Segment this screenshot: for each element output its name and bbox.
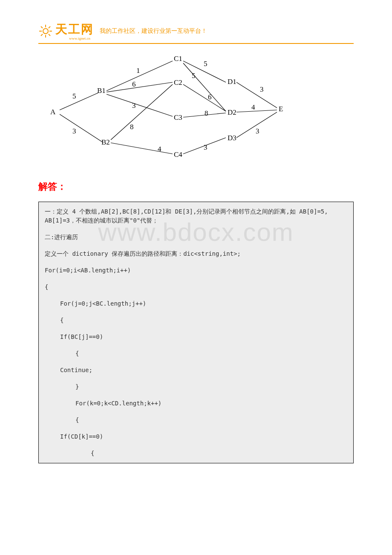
node-e: E — [279, 105, 283, 113]
code-line: If(CD[k]==0) — [45, 432, 347, 441]
node-b1: B1 — [97, 87, 106, 95]
svg-line-14 — [111, 84, 173, 140]
code-line: { — [45, 416, 347, 425]
edge-b1-c2: 6 — [132, 80, 136, 88]
svg-line-18 — [183, 84, 226, 111]
edge-b2-c4: 4 — [158, 145, 161, 153]
code-line: { — [45, 349, 347, 358]
edge-b2-c2: 8 — [130, 123, 134, 131]
node-c1: C1 — [174, 55, 182, 63]
graph-diagram: A B1 B2 C1 C2 C3 C4 D1 D2 D3 E 5 3 1 6 3… — [47, 52, 285, 163]
logo-url: www.tgnet.cn — [69, 36, 94, 40]
edge-c1-d1: 5 — [204, 60, 208, 68]
svg-line-21 — [236, 82, 277, 108]
edge-c4-d3: 3 — [204, 143, 208, 151]
svg-line-7 — [41, 34, 43, 36]
svg-point-0 — [43, 29, 48, 34]
code-line: For(j=0;j<BC.length;j++) — [45, 299, 347, 308]
svg-line-5 — [41, 26, 43, 28]
edge-b1-c3: 3 — [132, 101, 136, 110]
code-line: If(BC[j]==0) — [45, 332, 347, 341]
code-line: { — [45, 283, 347, 292]
svg-line-15 — [111, 143, 173, 154]
answer-heading: 解答： — [38, 180, 354, 193]
node-d1: D1 — [228, 78, 236, 86]
code-block: www.bdocx.com 一：定义 4 个数组,AB[2],BC[8],CD[… — [38, 202, 354, 463]
node-c3: C3 — [174, 113, 182, 121]
page-header: 天工网 www.tgnet.cn 我的工作社区，建设行业第一互动平台！ — [38, 21, 354, 44]
svg-line-8 — [49, 26, 50, 28]
logo-text: 天工网 — [55, 23, 94, 36]
edge-a-b1: 5 — [72, 92, 76, 100]
edge-c3-d2: 8 — [205, 109, 208, 117]
code-line: } — [45, 382, 347, 391]
node-b2: B2 — [101, 138, 110, 146]
svg-line-9 — [60, 93, 98, 110]
edge-d3-e: 3 — [256, 127, 259, 135]
edge-b1-c1: 1 — [136, 66, 140, 75]
node-d3: D3 — [228, 134, 236, 142]
svg-line-6 — [49, 34, 50, 36]
sun-icon — [38, 24, 53, 38]
code-line: { — [45, 316, 347, 325]
logo: 天工网 www.tgnet.cn — [38, 21, 94, 40]
code-line: 定义一个 dictionary 保存遍历出的路径和距离：dic<string,i… — [45, 249, 347, 258]
svg-line-10 — [60, 114, 102, 142]
edge-d1-e: 3 — [260, 85, 264, 93]
node-a: A — [50, 108, 56, 116]
svg-line-17 — [183, 63, 226, 111]
code-line: For(i=0;i<AB.length;i++) — [45, 266, 347, 275]
tagline: 我的工作社区，建设行业第一互动平台！ — [100, 27, 207, 35]
svg-line-22 — [236, 110, 277, 112]
svg-line-13 — [107, 94, 173, 116]
code-line: 二:进行遍历 — [45, 233, 347, 242]
code-line: For(k=0;k<CD.length;k++) — [45, 399, 347, 408]
edge-c1-d2: 5 — [192, 72, 196, 80]
edge-c2-d2: 6 — [208, 93, 212, 101]
svg-line-11 — [107, 61, 173, 91]
node-c2: C2 — [174, 78, 182, 87]
code-line: 一：定义 4 个数组,AB[2],BC[8],CD[12]和 DE[3],分别记… — [45, 207, 347, 225]
svg-line-12 — [107, 82, 173, 92]
node-c4: C4 — [174, 150, 182, 159]
edge-a-b2: 3 — [72, 127, 76, 135]
edge-d2-e: 4 — [251, 103, 255, 111]
code-line: Continue; — [45, 366, 347, 375]
code-line: { — [45, 449, 347, 458]
node-d2: D2 — [228, 108, 236, 116]
